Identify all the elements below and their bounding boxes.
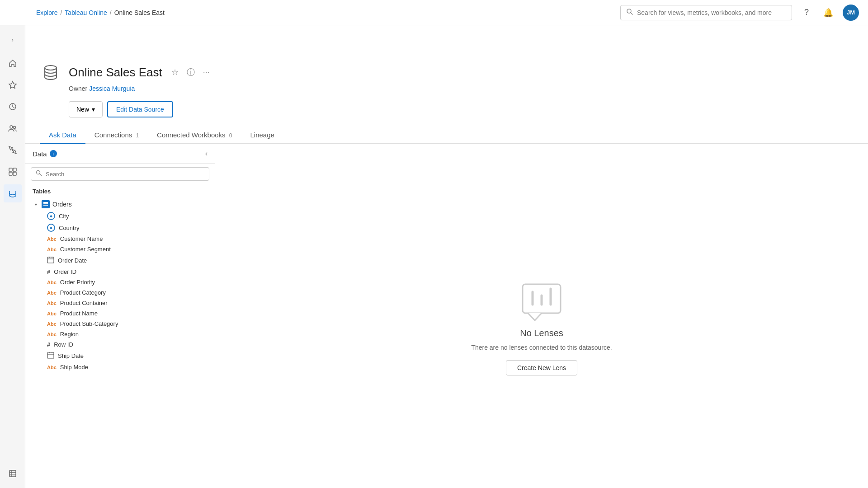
datasource-title: Online Sales East (69, 66, 162, 80)
data-search-input[interactable] (46, 171, 204, 178)
table-orders-row[interactable]: ▾ Orders (33, 198, 208, 210)
field-name: Order ID (54, 268, 76, 275)
svg-point-5 (13, 127, 15, 129)
field-product-container[interactable]: Abc Product Container (33, 298, 208, 308)
field-name: Product Container (60, 300, 108, 306)
breadcrumb: Explore / Tableau Online / Online Sales … (36, 9, 165, 16)
svg-rect-7 (9, 168, 12, 171)
help-button[interactable]: ? (799, 5, 814, 20)
abc-type-icon: Abc (47, 290, 57, 296)
svg-rect-26 (47, 352, 54, 358)
field-order-date[interactable]: Order Date (33, 254, 208, 267)
field-customer-segment[interactable]: Abc Customer Segment (33, 244, 208, 254)
num-type-icon: # (47, 341, 50, 348)
field-country[interactable]: ● Country (33, 222, 208, 234)
datasource-title-actions: ☆ ⓘ ··· (170, 66, 212, 79)
collapse-panel-button[interactable]: ‹ (205, 150, 208, 158)
field-region[interactable]: Abc Region (33, 329, 208, 339)
svg-rect-8 (13, 168, 16, 171)
tab-connected-workbooks[interactable]: Connected Workbooks 0 (148, 127, 241, 144)
sidebar-item-explore[interactable] (4, 141, 22, 159)
abc-type-icon: Abc (47, 365, 57, 370)
sidebar-item-home[interactable] (4, 54, 22, 72)
datasource-owner: Owner Jessica Murguia (69, 85, 854, 92)
datasource-icon (40, 61, 61, 83)
field-row-id[interactable]: # Row ID (33, 339, 208, 350)
table-name: Orders (52, 201, 72, 208)
field-name: Product Category (60, 289, 106, 296)
svg-line-1 (631, 13, 632, 14)
field-city[interactable]: ● City (33, 210, 208, 222)
sidebar-item-recents[interactable] (4, 98, 22, 116)
sidebar-item-data[interactable] (4, 184, 22, 202)
sidebar-item-catalog[interactable] (4, 465, 22, 483)
create-new-lens-button[interactable]: Create New Lens (506, 360, 577, 375)
field-name: Customer Segment (60, 246, 111, 253)
edit-data-source-button[interactable]: Edit Data Source (107, 101, 173, 117)
geo-type-icon: ● (47, 212, 55, 220)
page-header: Online Sales East ☆ ⓘ ··· Owner Jessica … (25, 51, 868, 127)
field-order-priority[interactable]: Abc Order Priority (33, 277, 208, 287)
tables-section: Tables ▾ Orders ● City ● Country (25, 184, 215, 488)
no-lenses-title: No Lenses (520, 328, 563, 338)
svg-rect-22 (47, 257, 54, 263)
field-ship-mode[interactable]: Abc Ship Mode (33, 362, 208, 372)
nav-right: ? 🔔 JM (620, 5, 859, 21)
sidebar-item-analytics[interactable] (4, 163, 22, 181)
action-buttons: New ▾ Edit Data Source (69, 101, 854, 117)
global-search-input[interactable] (637, 9, 786, 16)
field-product-name[interactable]: Abc Product Name (33, 308, 208, 319)
data-panel-header: Data i ‹ (25, 144, 215, 164)
data-search[interactable] (31, 167, 209, 181)
svg-rect-19 (43, 202, 48, 203)
field-product-category[interactable]: Abc Product Category (33, 287, 208, 298)
field-name: City (59, 213, 69, 220)
abc-type-icon: Abc (47, 321, 57, 327)
tab-connections[interactable]: Connections 1 (85, 127, 148, 144)
breadcrumb-current: Online Sales East (114, 9, 165, 16)
field-name: Country (59, 225, 80, 231)
sidebar-item-groups[interactable] (4, 119, 22, 137)
svg-line-18 (40, 174, 42, 176)
favorite-button[interactable]: ☆ (170, 66, 180, 78)
info-button[interactable]: ⓘ (185, 66, 197, 79)
new-button[interactable]: New ▾ (69, 101, 103, 117)
tab-lineage[interactable]: Lineage (241, 127, 283, 144)
data-search-icon (36, 170, 42, 178)
field-product-sub-category[interactable]: Abc Product Sub-Category (33, 319, 208, 329)
user-avatar[interactable]: JM (843, 5, 859, 21)
tables-label: Tables (33, 188, 208, 195)
sidebar: › (0, 25, 25, 488)
field-name: Order Priority (60, 279, 95, 286)
global-search[interactable] (620, 5, 792, 20)
abc-type-icon: Abc (47, 332, 57, 337)
svg-rect-9 (9, 172, 12, 175)
no-lenses-description: There are no lenses connected to this da… (471, 344, 612, 351)
datasource-title-row: Online Sales East ☆ ⓘ ··· (40, 61, 854, 83)
field-order-id[interactable]: # Order ID (33, 267, 208, 277)
owner-link[interactable]: Jessica Murguia (89, 85, 135, 92)
sidebar-expand-button[interactable]: › (4, 31, 22, 49)
main-content: Online Sales East ☆ ⓘ ··· Owner Jessica … (25, 51, 868, 488)
more-options-button[interactable]: ··· (201, 67, 212, 78)
data-info-badge: i (50, 150, 57, 157)
breadcrumb-tableau-online[interactable]: Tableau Online (65, 9, 107, 16)
table-icon (42, 200, 50, 208)
no-lenses-icon (519, 282, 564, 323)
right-content: No Lenses There are no lenses connected … (215, 144, 868, 488)
num-type-icon: # (47, 268, 50, 275)
date-type-icon (47, 352, 54, 360)
abc-type-icon: Abc (47, 300, 57, 306)
breadcrumb-explore[interactable]: Explore (36, 9, 57, 16)
abc-type-icon: Abc (47, 236, 57, 242)
geo-type-icon: ● (47, 224, 55, 232)
field-name: Ship Date (58, 352, 84, 359)
notifications-button[interactable]: 🔔 (821, 5, 835, 20)
field-ship-date[interactable]: Ship Date (33, 350, 208, 362)
tabs: Ask Data Connections 1 Connected Workboo… (25, 127, 868, 144)
tab-ask-data[interactable]: Ask Data (40, 127, 85, 144)
field-customer-name[interactable]: Abc Customer Name (33, 234, 208, 244)
sidebar-item-favorites[interactable] (4, 76, 22, 94)
field-name: Row ID (54, 341, 73, 348)
content-area: Data i ‹ Tables ▾ Order (25, 144, 868, 488)
